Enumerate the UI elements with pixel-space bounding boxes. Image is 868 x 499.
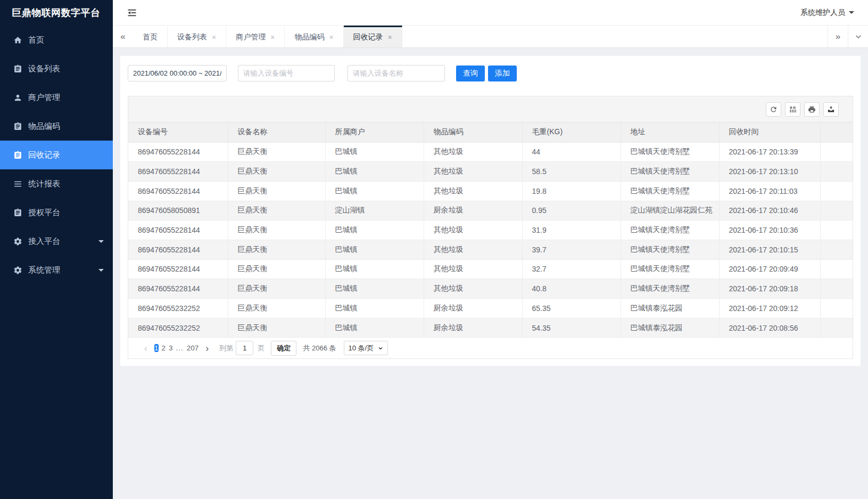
table-cell: 淀山湖镇	[325, 201, 424, 220]
table-cell: 巴城镇天使湾别墅	[621, 220, 719, 240]
sidebar-collapse-button[interactable]	[127, 7, 138, 19]
close-icon[interactable]: ×	[388, 34, 392, 41]
table-cell: 巴城镇天使湾别墅	[621, 279, 719, 299]
sidebar-item-item-code[interactable]: 物品编码	[0, 112, 113, 141]
next-page-button[interactable]: ›	[200, 343, 214, 353]
print-button[interactable]	[804, 102, 820, 117]
tab-device-list[interactable]: 设备列表×	[168, 26, 226, 47]
confirm-page-button[interactable]: 确定	[271, 341, 296, 356]
close-icon[interactable]: ×	[212, 34, 216, 41]
main-area: 系统维护人员 « 首页设备列表×商户管理×物品编码×回收记录× » 查询 添加	[113, 0, 868, 499]
page-button-207[interactable]: 207	[187, 344, 199, 352]
column-header: 地址	[621, 122, 719, 142]
table-cell: 19.8	[522, 181, 621, 201]
tab-home[interactable]: 首页	[133, 26, 168, 47]
tab-bar: « 首页设备列表×商户管理×物品编码×回收记录× »	[113, 26, 868, 48]
user-menu[interactable]: 系统维护人员	[800, 8, 854, 18]
table-body: 869476055228144巨鼎天衡巴城镇其他垃圾44巴城镇天使湾别墅2021…	[128, 142, 853, 338]
tab-item-code[interactable]: 物品编码×	[285, 26, 343, 47]
clipboard-icon	[13, 64, 22, 73]
table-row[interactable]: 869476058050891巨鼎天衡淀山湖镇厨余垃圾0.95淀山湖镇淀山湖花园…	[128, 201, 853, 220]
close-icon[interactable]: ×	[329, 34, 333, 41]
bars-icon	[13, 179, 22, 189]
table-row[interactable]: 869476055228144巨鼎天衡巴城镇其他垃圾19.8巴城镇天使湾别墅20…	[128, 181, 853, 201]
table-cell: 869476055228144	[128, 259, 228, 279]
app-title: 巨鼎物联网数字平台	[0, 0, 113, 26]
table-cell: 2021-06-17 20:13:10	[719, 162, 820, 182]
sidebar-item-merchant-mgmt[interactable]: 商户管理	[0, 83, 113, 112]
app-root: 巨鼎物联网数字平台 首页设备列表商户管理物品编码回收记录统计报表授权平台接入平台…	[0, 0, 868, 499]
sidebar-item-stats-report[interactable]: 统计报表	[0, 169, 113, 198]
table-cell: 2021-06-17 20:10:36	[719, 220, 820, 240]
table-cell: 巴城镇	[325, 318, 424, 338]
table-cell: 39.7	[522, 240, 621, 259]
table-cell: 巴城镇	[325, 220, 424, 240]
tabs-scroll-right-button[interactable]: »	[828, 26, 848, 47]
table-row[interactable]: 869476055232252巨鼎天衡巴城镇厨余垃圾65.35巴城镇泰泓花园20…	[128, 299, 853, 318]
table-cell: 869476055228144	[128, 220, 228, 240]
table-cell: 厨余垃圾	[424, 299, 522, 318]
table-row[interactable]: 869476055228144巨鼎天衡巴城镇其他垃圾31.9巴城镇天使湾别墅20…	[128, 220, 853, 240]
sidebar-item-home[interactable]: 首页	[0, 26, 113, 54]
table-cell: 869476055228144	[128, 181, 228, 201]
tabs-container: 首页设备列表×商户管理×物品编码×回收记录×	[133, 26, 828, 47]
table-row[interactable]: 869476055228144巨鼎天衡巴城镇其他垃圾58.5巴城镇天使湾别墅20…	[128, 162, 853, 182]
total-count: 共 2066 条	[303, 343, 336, 353]
table-cell: 其他垃圾	[424, 162, 522, 182]
refresh-button[interactable]	[766, 102, 781, 117]
goto-page-input[interactable]	[236, 341, 253, 355]
sidebar-item-auth-platform[interactable]: 授权平台	[0, 198, 113, 227]
tabs-scroll-left-button[interactable]: «	[113, 26, 133, 47]
table-row[interactable]: 869476055228144巨鼎天衡巴城镇其他垃圾32.7巴城镇天使湾别墅20…	[128, 259, 853, 279]
table-cell: 58.5	[522, 162, 621, 182]
sidebar-item-label: 首页	[28, 35, 44, 45]
tab-label: 设备列表	[177, 32, 207, 42]
sidebar: 巨鼎物联网数字平台 首页设备列表商户管理物品编码回收记录统计报表授权平台接入平台…	[0, 0, 113, 499]
close-icon[interactable]: ×	[270, 34, 275, 41]
table-cell: 淀山湖镇淀山湖花园仁苑	[621, 201, 719, 220]
table-cell: 巨鼎天衡	[228, 299, 325, 318]
tab-merchant-mgmt[interactable]: 商户管理×	[226, 26, 285, 47]
table-cell-filler	[820, 240, 853, 259]
tab-recycle-records[interactable]: 回收记录×	[344, 26, 402, 47]
device-name-input[interactable]	[348, 65, 445, 81]
prev-page-button[interactable]: ‹	[139, 343, 153, 353]
column-header: 毛重(KG)	[522, 122, 621, 142]
table-cell: 65.35	[522, 299, 621, 318]
table-cell: 44	[522, 142, 621, 162]
page-button-3[interactable]: 3	[169, 344, 173, 352]
goto-label: 到第	[219, 343, 233, 353]
page-list: 123...207	[153, 341, 200, 355]
tabs-menu-button[interactable]	[848, 26, 868, 47]
page-size-select[interactable]: 10 条/页	[344, 341, 388, 355]
device-no-input[interactable]	[238, 65, 335, 81]
table-row[interactable]: 869476055228144巨鼎天衡巴城镇其他垃圾40.8巴城镇天使湾别墅20…	[128, 279, 853, 299]
print-icon	[808, 105, 816, 113]
table-cell: 869476055232252	[128, 318, 228, 338]
page-button-1[interactable]: 1	[154, 344, 159, 352]
query-button[interactable]: 查询	[456, 66, 485, 81]
table-row[interactable]: 869476055228144巨鼎天衡巴城镇其他垃圾44巴城镇天使湾别墅2021…	[128, 142, 853, 162]
date-range-input[interactable]	[128, 65, 227, 81]
topbar: 系统维护人员	[113, 0, 868, 26]
sidebar-item-access-platform[interactable]: 接入平台	[0, 227, 113, 256]
table-cell: 其他垃圾	[424, 240, 522, 259]
table-cell: 巨鼎天衡	[228, 259, 325, 279]
sidebar-item-system-mgmt[interactable]: 系统管理	[0, 256, 113, 284]
page-button-2[interactable]: 2	[162, 344, 166, 352]
columns-button[interactable]	[785, 102, 800, 117]
sidebar-item-recycle-records[interactable]: 回收记录	[0, 141, 113, 169]
sidebar-item-device-list[interactable]: 设备列表	[0, 54, 113, 83]
table-cell-filler	[820, 162, 853, 182]
export-icon	[827, 105, 835, 113]
table-cell: 32.7	[522, 259, 621, 279]
table-cell-filler	[820, 259, 853, 279]
add-button[interactable]: 添加	[488, 66, 517, 81]
table-cell: 其他垃圾	[424, 279, 522, 299]
column-header: 设备编号	[128, 122, 228, 142]
table-row[interactable]: 869476055232252巨鼎天衡巴城镇厨余垃圾54.35巴城镇泰泓花园20…	[128, 318, 853, 338]
sidebar-item-label: 设备列表	[28, 64, 60, 74]
table-row[interactable]: 869476055228144巨鼎天衡巴城镇其他垃圾39.7巴城镇天使湾别墅20…	[128, 240, 853, 259]
content-area: 查询 添加 设备编号设备名称所属商户物品编码毛重(KG)地址回收时间 86947…	[113, 48, 868, 499]
export-button[interactable]	[823, 102, 839, 117]
